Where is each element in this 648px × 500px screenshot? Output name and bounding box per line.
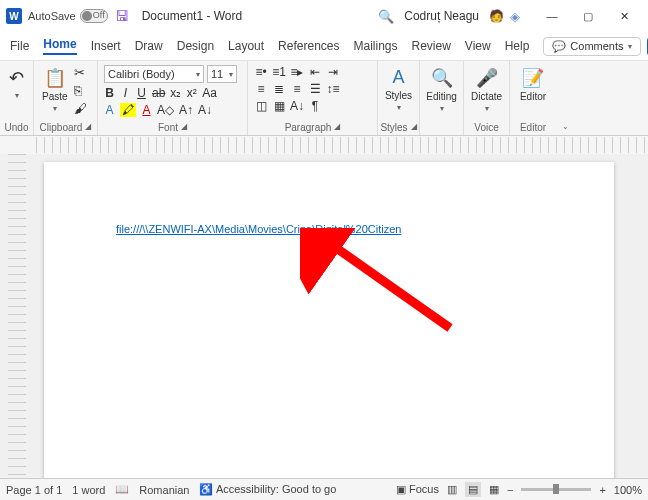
document-page[interactable]: file:///\\ZENWIFI-AX\Media\Movies\Crina\…	[44, 162, 614, 478]
line-spacing-button[interactable]: ↕≡	[326, 82, 340, 96]
autosave-label: AutoSave	[28, 10, 76, 22]
tab-review[interactable]: Review	[412, 39, 451, 53]
borders-button[interactable]: ▦	[272, 99, 286, 113]
underline-button[interactable]: U	[136, 86, 147, 100]
font-size-select[interactable]: 11▾	[207, 65, 237, 83]
status-bar: Page 1 of 1 1 word 📖 Romanian ♿ Accessib…	[0, 478, 648, 500]
word-count[interactable]: 1 word	[72, 484, 105, 496]
justify-button[interactable]: ☰	[308, 82, 322, 96]
text-effects-button[interactable]: A	[104, 103, 115, 117]
ribbon-collapse-icon[interactable]: ⌄	[562, 122, 569, 131]
chevron-down-icon: ▾	[628, 42, 632, 51]
premium-diamond-icon[interactable]: ◈	[510, 9, 520, 24]
styles-launcher-icon[interactable]: ◢	[411, 122, 417, 133]
toggle-switch-off[interactable]: Off	[80, 9, 108, 23]
decrease-indent-button[interactable]: ⇤	[308, 65, 322, 79]
undo-button[interactable]: ↶▾	[6, 65, 27, 102]
read-mode-icon[interactable]: ▥	[447, 483, 457, 496]
zoom-slider[interactable]	[521, 488, 591, 491]
tab-insert[interactable]: Insert	[91, 39, 121, 53]
vertical-ruler[interactable]	[8, 154, 26, 478]
tab-draw[interactable]: Draw	[135, 39, 163, 53]
strikethrough-button[interactable]: ab	[152, 86, 165, 100]
tab-design[interactable]: Design	[177, 39, 214, 53]
tab-mailings[interactable]: Mailings	[353, 39, 397, 53]
search-icon[interactable]: 🔍	[378, 9, 394, 24]
font-name-select[interactable]: Calibri (Body)▾	[104, 65, 204, 83]
close-button[interactable]: ✕	[606, 2, 642, 30]
paragraph-launcher-icon[interactable]: ◢	[334, 122, 340, 133]
ribbon: ↶▾ Undo 📋Paste▾ ✂ ⎘ 🖌 Clipboard◢ Calibri…	[0, 60, 648, 136]
show-marks-button[interactable]: ¶	[308, 99, 322, 113]
maximize-button[interactable]: ▢	[570, 2, 606, 30]
zoom-out-button[interactable]: −	[507, 484, 513, 496]
tab-help[interactable]: Help	[505, 39, 530, 53]
minimize-button[interactable]: —	[534, 2, 570, 30]
title-bar: W AutoSave Off 🖫 Document1 - Word 🔍 Codr…	[0, 0, 648, 32]
highlight-button[interactable]: 🖍	[120, 103, 136, 117]
svg-text:W: W	[9, 11, 19, 22]
copy-icon[interactable]: ⎘	[74, 83, 87, 98]
spell-check-icon[interactable]: 📖	[115, 483, 129, 496]
web-layout-icon[interactable]: ▦	[489, 483, 499, 496]
dictate-button[interactable]: 🎤Dictate▾	[470, 65, 503, 115]
user-avatar-icon[interactable]: 🧑	[489, 9, 504, 23]
format-painter-icon[interactable]: 🖌	[74, 101, 87, 116]
align-right-button[interactable]: ≡	[290, 82, 304, 96]
clear-formatting-button[interactable]: A◇	[157, 103, 174, 117]
align-center-button[interactable]: ≣	[272, 82, 286, 96]
ruler-area	[0, 136, 648, 154]
shading-button[interactable]: ◫	[254, 99, 268, 113]
editing-button[interactable]: 🔍Editing▾	[426, 65, 457, 115]
accessibility-status[interactable]: ♿ Accessibility: Good to go	[199, 483, 336, 496]
increase-indent-button[interactable]: ⇥	[326, 65, 340, 79]
undo-group-label: Undo	[6, 122, 27, 133]
paste-button[interactable]: 📋Paste▾	[40, 65, 70, 115]
tab-file[interactable]: File	[10, 39, 29, 53]
clipboard-launcher-icon[interactable]: ◢	[85, 122, 91, 133]
font-color-button[interactable]: A	[141, 103, 152, 117]
editor-button[interactable]: 📝Editor	[516, 65, 550, 104]
user-name[interactable]: Codruț Neagu	[404, 9, 479, 23]
tab-layout[interactable]: Layout	[228, 39, 264, 53]
tab-view[interactable]: View	[465, 39, 491, 53]
zoom-level[interactable]: 100%	[614, 484, 642, 496]
change-case-button[interactable]: Aa	[202, 86, 217, 100]
shrink-font-button[interactable]: A↓	[198, 103, 212, 117]
document-title: Document1 - Word	[142, 9, 242, 23]
cut-icon[interactable]: ✂	[74, 65, 87, 80]
print-layout-icon[interactable]: ▤	[465, 482, 481, 497]
language-indicator[interactable]: Romanian	[139, 484, 189, 496]
subscript-button[interactable]: x₂	[170, 86, 181, 100]
bold-button[interactable]: B	[104, 86, 115, 100]
autosave-toggle[interactable]: AutoSave Off	[28, 9, 108, 23]
styles-button[interactable]: AStyles▾	[384, 65, 413, 114]
italic-button[interactable]: I	[120, 86, 131, 100]
hyperlink[interactable]: file:///\\ZENWIFI-AX\Media\Movies\Crina\…	[116, 223, 401, 235]
save-icon[interactable]: 🖫	[114, 8, 130, 24]
superscript-button[interactable]: x²	[186, 86, 197, 100]
multilevel-list-button[interactable]: ≡▸	[290, 65, 304, 79]
tab-home[interactable]: Home	[43, 37, 76, 55]
font-launcher-icon[interactable]: ◢	[181, 122, 187, 133]
numbering-button[interactable]: ≡1	[272, 65, 286, 79]
horizontal-ruler[interactable]	[36, 137, 648, 153]
comments-button[interactable]: 💬 Comments ▾	[543, 37, 640, 56]
grow-font-button[interactable]: A↑	[179, 103, 193, 117]
document-area: file:///\\ZENWIFI-AX\Media\Movies\Crina\…	[0, 154, 648, 478]
focus-mode-button[interactable]: ▣ Focus	[396, 483, 439, 496]
zoom-in-button[interactable]: +	[599, 484, 605, 496]
align-left-button[interactable]: ≡	[254, 82, 268, 96]
sort-button[interactable]: A↓	[290, 99, 304, 113]
tab-references[interactable]: References	[278, 39, 339, 53]
bullets-button[interactable]: ≡•	[254, 65, 268, 79]
comment-icon: 💬	[552, 40, 566, 53]
menu-bar: File Home Insert Draw Design Layout Refe…	[0, 32, 648, 60]
word-app-icon: W	[6, 8, 22, 24]
page-indicator[interactable]: Page 1 of 1	[6, 484, 62, 496]
